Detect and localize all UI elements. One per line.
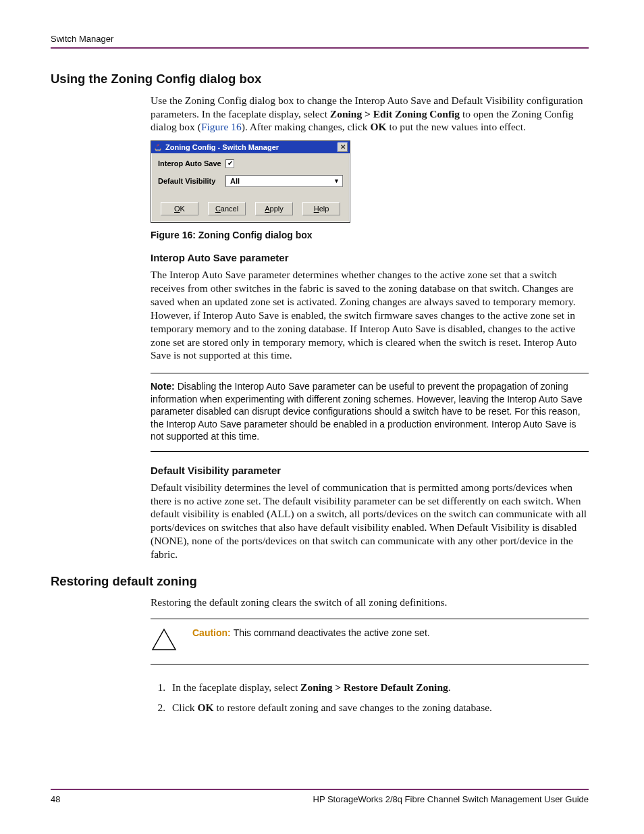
caution-label: Caution: — [192, 627, 234, 638]
note-label: Note: — [151, 381, 178, 392]
figure-caption: Figure 16: Zoning Config dialog box — [151, 230, 589, 242]
checkmark-icon: ✔ — [227, 160, 233, 167]
close-button[interactable]: ✕ — [338, 142, 348, 152]
java-cup-icon — [153, 142, 163, 152]
heading-default-visibility: Default Visibility parameter — [151, 464, 589, 477]
intro-tail: to put the new values into effect. — [387, 121, 526, 132]
section-heading-zoning-config: Using the Zoning Config dialog box — [51, 71, 589, 87]
page-number: 48 — [51, 794, 60, 806]
help-rest: elp — [319, 204, 329, 213]
step2-pre: Click — [172, 702, 197, 713]
cancel-rest: ancel — [221, 204, 238, 213]
running-head: Switch Manager — [51, 34, 589, 45]
cancel-mnemonic: C — [215, 204, 221, 213]
apply-button[interactable]: Apply — [255, 202, 293, 215]
step-2: Click OK to restore default zoning and s… — [168, 701, 589, 714]
interop-body: The Interop Auto Save parameter determin… — [151, 268, 589, 362]
menu-path-bold: Zoning > Edit Zoning Config — [330, 108, 460, 120]
section-heading-restore: Restoring default zoning — [51, 573, 589, 590]
restore-steps: In the faceplate display, select Zoning … — [164, 681, 589, 714]
caution-block: Caution: This command deactivates the ac… — [151, 619, 589, 664]
step1-post: . — [448, 681, 451, 693]
ok-bold: OK — [370, 121, 386, 132]
step-1: In the faceplate display, select Zoning … — [168, 681, 589, 694]
heading-interop-auto-save: Interop Auto Save parameter — [151, 251, 589, 264]
ok-rest: K — [180, 204, 185, 213]
header-rule — [51, 47, 589, 49]
step1-bold: Zoning > Restore Default Zoning — [300, 681, 448, 693]
label-default-visibility: Default Visibility — [158, 176, 225, 186]
row-default-visibility: Default Visibility All ▼ — [158, 175, 343, 187]
zoning-config-intro: Use the Zoning Config dialog box to chan… — [151, 94, 589, 134]
intro-post: ). After making changes, click — [242, 121, 371, 132]
help-button[interactable]: Help — [302, 202, 340, 215]
titlebar-left: Zoning Config - Switch Manager — [153, 142, 279, 152]
page-footer: 48 HP StorageWorks 2/8q Fibre Channel Sw… — [51, 789, 589, 806]
caution-body: This command deactivates the active zone… — [234, 627, 430, 638]
ok-mnemonic: O — [174, 204, 180, 213]
chevron-down-icon: ▼ — [333, 178, 340, 186]
help-mnemonic: H — [314, 204, 319, 213]
close-icon: ✕ — [340, 143, 346, 152]
cancel-button[interactable]: Cancel — [208, 202, 246, 215]
dropdown-value: All — [230, 176, 240, 186]
label-interop-auto-save: Interop Auto Save — [158, 159, 225, 168]
ok-button[interactable]: OK — [161, 202, 198, 215]
step2-bold: OK — [197, 702, 213, 713]
section-body-zoning-config: Use the Zoning Config dialog box to chan… — [151, 94, 589, 561]
apply-rest: pply — [270, 204, 284, 213]
section-body-restore: Restoring the default zoning clears the … — [151, 596, 589, 714]
default-visibility-body: Default visibility determines the level … — [151, 481, 589, 561]
figure-link[interactable]: Figure 16 — [201, 121, 242, 132]
dialog-body: Interop Auto Save ✔ Default Visibility A… — [151, 153, 350, 198]
zoning-config-dialog: Zoning Config - Switch Manager ✕ Interop… — [151, 140, 350, 223]
caution-text: Caution: This command deactivates the ac… — [192, 627, 430, 640]
dialog-button-row: OK Cancel Apply Help — [151, 198, 350, 222]
step1-pre: In the faceplate display, select — [172, 681, 300, 693]
checkbox-interop-auto-save[interactable]: ✔ — [225, 159, 234, 168]
dialog-title: Zoning Config - Switch Manager — [165, 142, 279, 152]
row-interop-auto-save: Interop Auto Save ✔ — [158, 159, 343, 168]
apply-mnemonic: A — [265, 204, 269, 213]
note-body: Disabling the Interop Auto Save paramete… — [151, 381, 582, 442]
doc-title: HP StorageWorks 2/8q Fibre Channel Switc… — [313, 794, 589, 806]
running-head-text: Switch Manager — [51, 34, 113, 44]
dropdown-default-visibility[interactable]: All ▼ — [225, 175, 343, 187]
page-content: Using the Zoning Config dialog box Use t… — [51, 71, 589, 721]
restore-intro: Restoring the default zoning clears the … — [151, 596, 589, 609]
dialog-titlebar: Zoning Config - Switch Manager ✕ — [151, 141, 350, 153]
caution-triangle-icon — [151, 627, 178, 652]
note-block: Note: Disabling the Interop Auto Save pa… — [151, 373, 589, 451]
step2-post: to restore default zoning and save chang… — [214, 702, 492, 713]
